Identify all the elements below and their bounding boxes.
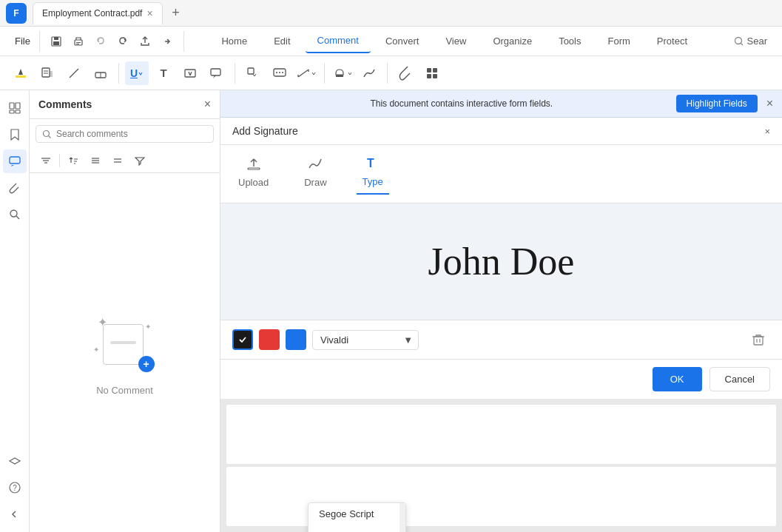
no-comments-placeholder: + ✦ ✦ ✦ No Comment [30, 173, 220, 532]
signature-dialog-title: Add Signature [232, 125, 298, 137]
shapes-tool[interactable] [241, 61, 265, 85]
comments-panel: Comments × [30, 90, 220, 532]
undo-button[interactable] [90, 31, 111, 52]
tab-home[interactable]: Home [209, 30, 259, 53]
attachment-tool[interactable] [394, 61, 417, 85]
pen-tool[interactable] [62, 61, 86, 85]
comments-filter-toolbar [30, 149, 220, 173]
svg-point-18 [279, 72, 280, 73]
svg-rect-25 [433, 68, 437, 73]
comment-tool[interactable] [268, 61, 291, 85]
color-red[interactable] [259, 329, 280, 350]
svg-rect-8 [42, 68, 50, 77]
search-icon[interactable] [3, 203, 27, 226]
signature-tool[interactable] [357, 61, 381, 85]
svg-rect-27 [433, 74, 437, 78]
tab-comment[interactable]: Comment [306, 30, 371, 53]
svg-point-33 [10, 210, 17, 217]
file-menu[interactable]: File [6, 27, 39, 56]
svg-rect-29 [16, 103, 20, 109]
font-option-segoe-script[interactable]: Segoe Script [309, 503, 405, 525]
svg-text:T: T [367, 157, 374, 169]
tab-title: Employment Contract.pdf [42, 8, 142, 18]
tab-form[interactable]: Form [596, 30, 642, 53]
page-thumbnail-icon[interactable] [3, 96, 27, 120]
new-tab-button[interactable]: + [166, 3, 186, 24]
attachment-icon[interactable] [3, 176, 27, 200]
tab-tools[interactable]: Tools [547, 30, 593, 53]
svg-rect-5 [76, 44, 79, 44]
tab-organize[interactable]: Organize [481, 30, 544, 53]
type-tab-label: Type [363, 176, 383, 187]
sort-asc-button[interactable] [63, 152, 84, 169]
help-icon[interactable]: ? [3, 476, 27, 499]
textbox-tool[interactable] [178, 61, 202, 85]
app-icon: F [6, 3, 27, 24]
color-blue[interactable] [286, 329, 306, 350]
sticky-note-tool[interactable] [36, 61, 59, 85]
cancel-button[interactable]: Cancel [709, 367, 770, 391]
svg-rect-28 [10, 103, 14, 109]
signature-controls: Segoe Script Showcard Gothic Snap ITC St… [220, 320, 782, 359]
svg-rect-50 [248, 168, 260, 169]
underline-tool[interactable]: U [125, 61, 149, 85]
type-tab[interactable]: T Type [357, 154, 389, 195]
draw-tab-label: Draw [304, 177, 326, 188]
sort-button[interactable] [36, 152, 56, 169]
svg-rect-32 [10, 157, 20, 164]
bookmark-icon[interactable] [3, 123, 27, 147]
comments-close-button[interactable]: × [204, 98, 211, 111]
tab-view[interactable]: View [434, 30, 478, 53]
svg-point-6 [735, 37, 741, 44]
text-tool[interactable]: T [152, 61, 175, 85]
active-tab[interactable]: Employment Contract.pdf × [33, 2, 163, 24]
save-button[interactable] [46, 31, 67, 52]
upload-tab[interactable]: Upload [232, 155, 274, 194]
filter-button[interactable] [129, 152, 150, 169]
tab-edit[interactable]: Edit [262, 30, 302, 53]
svg-rect-7 [16, 75, 26, 78]
clear-signature-button[interactable] [746, 328, 770, 351]
comments-icon[interactable] [3, 149, 27, 173]
sidebar-icons: ? [0, 90, 30, 532]
eraser-tool[interactable] [89, 61, 112, 85]
search-bar[interactable]: Sear [725, 36, 776, 47]
collapse-button[interactable] [107, 152, 128, 169]
collapse-panel-icon[interactable] [3, 502, 27, 526]
signature-preview-text: John Doe [428, 240, 575, 283]
layers-icon[interactable] [3, 449, 27, 473]
tab-close-button[interactable]: × [146, 7, 152, 19]
search-comments-input[interactable] [56, 129, 207, 139]
redo-button[interactable] [112, 31, 133, 52]
comments-search-bar[interactable] [36, 125, 214, 143]
highlight-fields-button[interactable]: Highlight Fields [676, 95, 758, 112]
signature-close-button[interactable]: × [764, 126, 770, 137]
tab-protect[interactable]: Protect [645, 30, 699, 53]
signature-tabs: Upload Draw T Type [220, 145, 782, 203]
tab-convert[interactable]: Convert [374, 30, 431, 53]
more-button[interactable] [157, 31, 178, 52]
highlight-tool[interactable] [9, 61, 33, 85]
callout-tool[interactable] [205, 61, 229, 85]
font-option-showcard[interactable]: Showcard Gothic [309, 525, 405, 532]
no-comment-label: No Comment [96, 385, 153, 396]
expand-button[interactable] [85, 152, 106, 169]
measure-tool[interactable] [294, 61, 318, 85]
more-tools[interactable] [420, 61, 444, 85]
color-black[interactable] [232, 329, 253, 350]
svg-line-34 [16, 216, 19, 219]
print-button[interactable] [68, 31, 89, 52]
font-select-wrapper: Segoe Script Showcard Gothic Snap ITC St… [312, 330, 419, 350]
ok-button[interactable]: OK [653, 367, 702, 391]
font-select[interactable]: Segoe Script Showcard Gothic Snap ITC St… [312, 330, 419, 350]
signature-actions: OK Cancel [220, 359, 782, 399]
share-button[interactable] [135, 31, 155, 52]
stamp-tool[interactable] [331, 61, 354, 85]
svg-rect-24 [427, 68, 431, 73]
font-dropdown: Segoe Script Showcard Gothic Snap ITC St… [308, 502, 406, 532]
signature-preview-area: John Doe [220, 203, 782, 320]
svg-rect-1 [54, 37, 58, 40]
draw-tab[interactable]: Draw [298, 155, 332, 194]
notification-close-button[interactable]: × [766, 97, 773, 110]
upload-tab-label: Upload [238, 177, 269, 188]
